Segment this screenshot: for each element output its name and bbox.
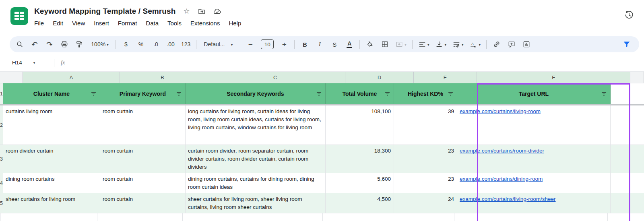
bold-button[interactable]: B	[298, 38, 312, 50]
font-select[interactable]: Defaul... ▾	[200, 38, 237, 50]
more-formats-button[interactable]: 123	[179, 38, 193, 50]
fill-color-button[interactable]	[363, 38, 377, 50]
menu-data[interactable]: Data	[142, 19, 162, 28]
target-url-link[interactable]: example.com/curtains/living-room/sheer	[460, 196, 556, 202]
strikethrough-button[interactable]: S	[328, 38, 341, 50]
text-wrap-button[interactable]: ▾	[450, 38, 466, 50]
column-header-d[interactable]: D	[345, 72, 414, 83]
empty-cell[interactable]	[0, 213, 97, 221]
cell-primary-keyword[interactable]: room curtain	[100, 105, 186, 145]
increase-decimal-button[interactable]: .00	[164, 38, 178, 50]
name-box[interactable]: H14 ▾	[12, 60, 51, 66]
header-cell-cluster-name[interactable]: Cluster Name	[3, 83, 100, 104]
zoom-select[interactable]: 100% ▾	[87, 38, 112, 50]
menu-tools[interactable]: Tools	[164, 19, 185, 28]
filter-icon[interactable]	[175, 91, 182, 97]
insert-comment-button[interactable]	[505, 38, 518, 50]
move-folder-icon[interactable]	[197, 7, 206, 16]
column-header-f[interactable]: F	[477, 72, 630, 83]
header-cell-target-url[interactable]: Target URL	[457, 83, 611, 104]
text-color-button[interactable]: A	[343, 38, 356, 50]
cell-cluster-name[interactable]: curtains living room	[3, 105, 100, 145]
cell-secondary-keywords[interactable]: curtain room divider, room separator cur…	[186, 145, 326, 173]
menu-edit[interactable]: Edit	[49, 19, 67, 28]
formula-input[interactable]	[65, 54, 644, 71]
row-number-1[interactable]: 1	[0, 83, 3, 104]
cell-cluster-name[interactable]: room divider curtain	[3, 145, 100, 173]
target-url-link[interactable]: example.com/curtains/living-room	[460, 108, 541, 114]
paint-format-button[interactable]	[72, 38, 86, 50]
filter-icon[interactable]	[384, 91, 391, 97]
insert-link-button[interactable]	[490, 38, 504, 50]
redo-button[interactable]: ↷	[43, 38, 56, 50]
cell-total-volume[interactable]: 5,600	[326, 173, 394, 193]
empty-cell[interactable]	[97, 213, 183, 221]
row-number-2[interactable]: 2	[0, 105, 3, 145]
print-button[interactable]	[58, 38, 71, 50]
header-cell-secondary-keywords[interactable]: Secondary Keywords	[186, 83, 326, 104]
menu-help[interactable]: Help	[225, 19, 245, 28]
sheets-logo[interactable]	[10, 7, 28, 25]
cell-highest-kd[interactable]: 23	[394, 145, 457, 173]
text-rotation-button[interactable]: A ▾	[467, 38, 483, 50]
borders-button[interactable]	[378, 38, 392, 50]
document-title[interactable]: Keyword Mapping Template / Semrush	[34, 7, 175, 16]
column-header-e[interactable]: E	[414, 72, 477, 83]
menu-file[interactable]: File	[31, 19, 47, 28]
cell-total-volume[interactable]: 18,300	[326, 145, 394, 173]
cell-cluster-name[interactable]: dining room curtains	[3, 173, 100, 193]
star-icon[interactable]: ☆	[182, 7, 191, 16]
empty-cell[interactable]	[183, 213, 323, 221]
decrease-decimal-button[interactable]: .0	[149, 38, 163, 50]
empty-cell[interactable]	[391, 213, 454, 221]
horizontal-align-button[interactable]: ▾	[416, 38, 432, 50]
menu-extensions[interactable]: Extensions	[187, 19, 223, 28]
undo-button[interactable]: ↶	[28, 38, 41, 50]
filter-icon[interactable]	[316, 91, 322, 97]
column-header-b[interactable]: B	[120, 72, 205, 83]
version-history-icon[interactable]	[623, 9, 635, 21]
search-button[interactable]	[13, 38, 27, 50]
cell-primary-keyword[interactable]: room curtain	[100, 145, 186, 173]
merge-cells-button[interactable]: ▾	[393, 38, 409, 50]
row-number-3[interactable]: 3	[0, 145, 3, 173]
row-number-4[interactable]: 4	[0, 173, 3, 193]
italic-button[interactable]: I	[313, 38, 326, 50]
cell-highest-kd[interactable]: 39	[394, 105, 457, 145]
cell-cluster-name[interactable]: sheer curtains for living room	[3, 193, 100, 213]
column-header-a[interactable]: A	[23, 72, 120, 83]
format-currency-button[interactable]: $	[119, 38, 133, 50]
insert-chart-button[interactable]	[520, 38, 533, 50]
header-cell-primary-keyword[interactable]: Primary Keyword	[100, 83, 186, 104]
row-number-5[interactable]: 5	[0, 193, 3, 213]
filter-icon[interactable]	[447, 91, 454, 97]
cell-total-volume[interactable]: 108,100	[326, 105, 394, 145]
cell-secondary-keywords[interactable]: long curtains for living room, curtain i…	[186, 105, 326, 145]
cell-secondary-keywords[interactable]: sheer curtains for living room, sheer li…	[186, 193, 326, 213]
cell-primary-keyword[interactable]: room curtain	[100, 193, 186, 213]
target-url-link[interactable]: example.com/curtains/room-divider	[460, 148, 544, 154]
empty-cell[interactable]	[323, 213, 391, 221]
decrease-font-size-button[interactable]: −	[244, 38, 257, 50]
menu-insert[interactable]: Insert	[90, 19, 113, 28]
vertical-align-button[interactable]: ▾	[433, 38, 449, 50]
cell-primary-keyword[interactable]: room curtain	[100, 173, 186, 193]
header-cell-total-volume[interactable]: Total Volume	[326, 83, 394, 104]
empty-cell[interactable]	[454, 213, 608, 221]
header-cell-highest-kd[interactable]: Highest KD%	[394, 83, 457, 104]
create-filter-button[interactable]	[620, 38, 634, 50]
cloud-saved-icon[interactable]	[213, 7, 221, 16]
filter-icon[interactable]	[601, 91, 607, 97]
font-size-input[interactable]: 10	[258, 38, 276, 50]
target-url-link[interactable]: example.com/curtains/dining-room	[460, 176, 543, 182]
filter-icon[interactable]	[90, 91, 97, 97]
menu-view[interactable]: View	[68, 19, 89, 28]
select-all-corner[interactable]	[0, 72, 23, 83]
cell-highest-kd[interactable]: 24	[394, 193, 457, 213]
format-percent-button[interactable]: %	[134, 38, 148, 50]
cell-secondary-keywords[interactable]: dining room curtains, curtains for dinin…	[186, 173, 326, 193]
column-header-c[interactable]: C	[205, 72, 345, 83]
menu-format[interactable]: Format	[114, 19, 141, 28]
increase-font-size-button[interactable]: +	[277, 38, 291, 50]
cell-total-volume[interactable]: 4,500	[326, 193, 394, 213]
